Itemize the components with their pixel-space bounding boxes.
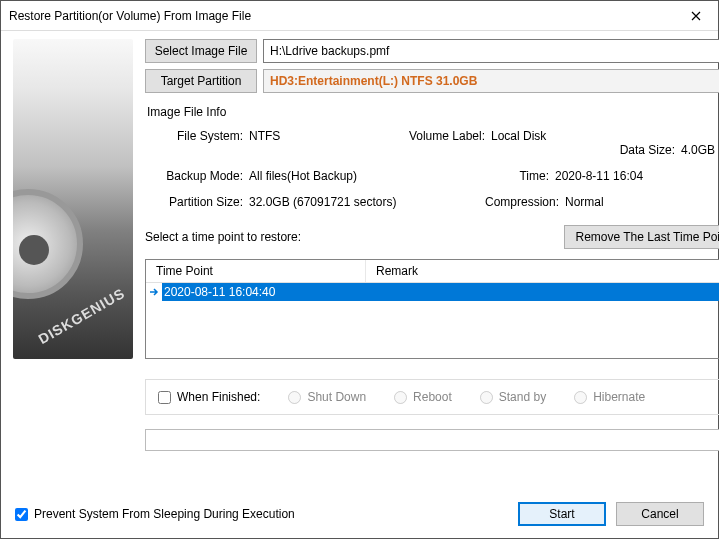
bm-value: All files(Hot Backup) (249, 169, 513, 183)
fs-label: File System: (157, 129, 249, 143)
target-partition-value: HD3:Entertainment(L:) NTFS 31.0GB (263, 69, 719, 93)
reboot-radio[interactable]: Reboot (394, 390, 452, 404)
col-remark: Remark (366, 260, 719, 282)
remove-last-timepoint-button[interactable]: Remove The Last Time Point (564, 225, 719, 249)
time-label: Time: (513, 169, 555, 183)
close-button[interactable] (673, 1, 718, 31)
vol-label: Volume Label: (399, 129, 491, 143)
fs-value: NTFS (249, 129, 399, 143)
timepoint-table[interactable]: Time Point Remark 2020-08-11 16:04:40 (145, 259, 719, 359)
target-partition-button[interactable]: Target Partition (145, 69, 257, 93)
ds-label: Data Size: (611, 143, 681, 157)
cancel-button[interactable]: Cancel (616, 502, 704, 526)
col-timepoint: Time Point (146, 260, 366, 282)
close-icon (691, 11, 701, 21)
image-path-input[interactable] (263, 39, 719, 63)
footer: Prevent System From Sleeping During Exec… (1, 490, 718, 538)
disk-illustration: DISKGENIUS (13, 39, 133, 359)
content-area: DISKGENIUS Select Image File Target Part… (1, 31, 718, 491)
time-value: 2020-8-11 16:04 (555, 169, 715, 183)
select-image-button[interactable]: Select Image File (145, 39, 257, 63)
prevent-sleep-checkbox[interactable]: Prevent System From Sleeping During Exec… (15, 507, 295, 521)
hibernate-radio[interactable]: Hibernate (574, 390, 645, 404)
table-header: Time Point Remark (146, 260, 719, 283)
dialog-window: Restore Partition(or Volume) From Image … (0, 0, 719, 539)
info-row-3: Partition Size: 32.0GB (67091721 sectors… (145, 195, 719, 209)
progress-bar (145, 429, 719, 451)
bm-label: Backup Mode: (157, 169, 249, 183)
ds-value: 4.0GB (681, 143, 719, 157)
start-button[interactable]: Start (518, 502, 606, 526)
window-title: Restore Partition(or Volume) From Image … (9, 9, 251, 23)
info-row-1: File System: NTFS Volume Label: Local Di… (145, 129, 719, 143)
ps-value: 32.0GB (67091721 sectors) (249, 195, 479, 209)
comp-label: Compression: (479, 195, 565, 209)
ps-label: Partition Size: (157, 195, 249, 209)
when-finished-group: When Finished: Shut Down Reboot Stand by… (145, 379, 719, 415)
shutdown-radio[interactable]: Shut Down (288, 390, 366, 404)
comp-value: Normal (565, 195, 665, 209)
standby-radio[interactable]: Stand by (480, 390, 546, 404)
when-finished-checkbox[interactable]: When Finished: (158, 390, 260, 404)
image-info-title: Image File Info (147, 105, 719, 119)
info-row-2: Backup Mode: All files(Hot Backup) Time:… (145, 169, 719, 183)
titlebar: Restore Partition(or Volume) From Image … (1, 1, 718, 31)
select-timepoint-label: Select a time point to restore: (145, 230, 301, 244)
table-row[interactable]: 2020-08-11 16:04:40 (146, 283, 719, 301)
main-panel: Select Image File Target Partition HD3:E… (145, 39, 719, 483)
vol-value: Local Disk (491, 129, 611, 143)
arrow-icon (146, 283, 162, 301)
row-timepoint: 2020-08-11 16:04:40 (162, 285, 275, 299)
